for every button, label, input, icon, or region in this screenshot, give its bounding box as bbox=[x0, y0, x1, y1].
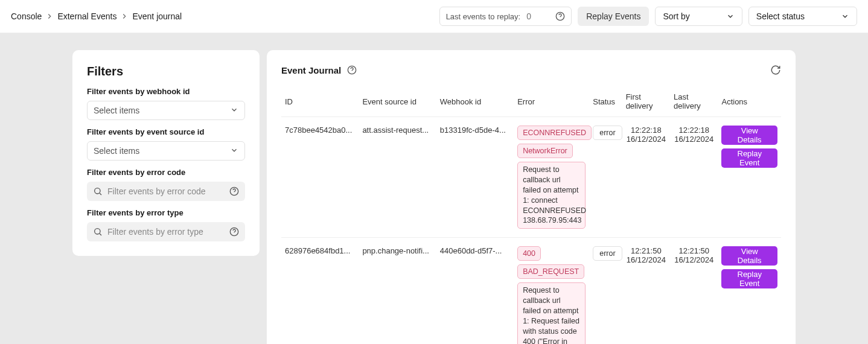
replay-events-button[interactable]: Replay Events bbox=[578, 7, 649, 26]
error-stack: ECONNREFUSEDNetworkErrorRequest to callb… bbox=[517, 126, 586, 229]
col-source: Event source id bbox=[359, 86, 436, 117]
filter-error-code-input[interactable] bbox=[107, 186, 225, 196]
col-actions: Actions bbox=[718, 86, 781, 117]
table-row: 628976e684fbd1...pnp.change-notifi...440… bbox=[281, 238, 781, 344]
filter-webhook-select[interactable]: Select items bbox=[87, 101, 245, 120]
col-webhook: Webhook id bbox=[436, 86, 514, 117]
table-header-row: ID Event source id Webhook id Error Stat… bbox=[281, 86, 781, 117]
breadcrumb-console[interactable]: Console bbox=[11, 11, 42, 21]
actions-stack: View DetailsReplay Event bbox=[721, 246, 777, 288]
replay-count-group: Last events to replay: bbox=[439, 7, 572, 26]
filter-error-type-label: Filter events by error type bbox=[87, 208, 245, 217]
filters-title: Filters bbox=[87, 65, 245, 78]
actions-stack: View DetailsReplay Event bbox=[721, 126, 777, 168]
breadcrumb-external-events[interactable]: External Events bbox=[57, 11, 116, 21]
filters-panel: Filters Filter events by webhook id Sele… bbox=[72, 50, 260, 256]
select-status-label: Select status bbox=[756, 11, 805, 21]
col-first: First delivery bbox=[622, 86, 670, 117]
refresh-icon[interactable] bbox=[770, 65, 781, 75]
search-icon bbox=[93, 227, 103, 237]
svg-line-7 bbox=[100, 234, 101, 235]
filter-webhook-value: Select items bbox=[94, 106, 139, 115]
breadcrumb: Console External Events Event journal bbox=[11, 11, 182, 21]
sort-by-label: Sort by bbox=[663, 11, 689, 21]
view-details-button[interactable]: View Details bbox=[721, 126, 777, 145]
replay-event-button[interactable]: Replay Event bbox=[721, 148, 777, 168]
select-status-select[interactable]: Select status bbox=[748, 7, 857, 26]
col-error: Error bbox=[514, 86, 589, 117]
filter-source-label: Filter events by event source id bbox=[87, 127, 245, 136]
search-icon bbox=[93, 186, 103, 196]
cell-id: 7c78bee4542ba0... bbox=[285, 126, 355, 135]
filter-source-value: Select items bbox=[94, 146, 139, 156]
col-status: Status bbox=[589, 86, 622, 117]
cell-last-delivery: 12:22:18 16/12/2024 bbox=[674, 126, 714, 144]
col-last: Last delivery bbox=[670, 86, 718, 117]
svg-point-2 bbox=[95, 188, 100, 194]
cell-webhook: b13319fc-d5de-4... bbox=[440, 126, 510, 135]
chevron-right-icon bbox=[45, 12, 54, 21]
error-message-badge: Request to callback url failed on attemp… bbox=[517, 162, 586, 229]
journal-panel: Event Journal ID Event source id Webhook… bbox=[267, 50, 796, 344]
chevron-down-icon bbox=[230, 146, 238, 156]
error-message-badge: Request to callback url failed on attemp… bbox=[517, 282, 586, 344]
cell-first-delivery: 12:21:50 16/12/2024 bbox=[626, 246, 666, 264]
cell-first-delivery: 12:22:18 16/12/2024 bbox=[626, 126, 666, 144]
table-row: 7c78bee4542ba0...att.assist-request...b1… bbox=[281, 117, 781, 238]
replay-count-input[interactable] bbox=[526, 11, 549, 21]
error-code-badge: 400 bbox=[517, 246, 541, 261]
cell-id: 628976e684fbd1... bbox=[285, 246, 355, 255]
journal-table: ID Event source id Webhook id Error Stat… bbox=[281, 86, 781, 344]
help-icon[interactable] bbox=[555, 11, 565, 21]
topbar-right: Last events to replay: Replay Events Sor… bbox=[439, 7, 857, 26]
chevron-right-icon bbox=[120, 12, 129, 21]
chevron-down-icon bbox=[726, 12, 735, 21]
help-icon[interactable] bbox=[229, 227, 239, 237]
chevron-down-icon bbox=[841, 12, 849, 21]
journal-header: Event Journal bbox=[281, 65, 781, 75]
status-badge: error bbox=[593, 126, 622, 140]
journal-title: Event Journal bbox=[281, 65, 341, 75]
cell-source: att.assist-request... bbox=[362, 126, 432, 135]
filter-error-type-wrap[interactable] bbox=[87, 222, 245, 241]
topbar: Console External Events Event journal La… bbox=[0, 0, 868, 33]
filter-source-select[interactable]: Select items bbox=[87, 141, 245, 161]
filter-webhook-label: Filter events by webhook id bbox=[87, 87, 245, 96]
view-details-button[interactable]: View Details bbox=[721, 246, 777, 266]
error-code-badge: ECONNREFUSED bbox=[517, 126, 592, 140]
cell-webhook: 440e60dd-d5f7-... bbox=[440, 246, 510, 255]
replay-event-button[interactable]: Replay Event bbox=[721, 269, 777, 288]
page-body: Filters Filter events by webhook id Sele… bbox=[0, 33, 868, 344]
help-icon[interactable] bbox=[347, 65, 357, 75]
error-code-badge: NetworkError bbox=[517, 144, 573, 158]
filter-error-type-input[interactable] bbox=[107, 227, 225, 237]
filter-error-code-label: Filter events by error code bbox=[87, 168, 245, 177]
sort-by-select[interactable]: Sort by bbox=[655, 7, 742, 26]
cell-last-delivery: 12:21:50 16/12/2024 bbox=[674, 246, 714, 264]
status-badge: error bbox=[593, 246, 622, 261]
error-code-badge: BAD_REQUEST bbox=[517, 264, 584, 279]
filter-error-code-wrap[interactable] bbox=[87, 182, 245, 201]
svg-point-6 bbox=[95, 229, 100, 234]
breadcrumb-event-journal[interactable]: Event journal bbox=[132, 11, 182, 21]
help-icon[interactable] bbox=[229, 186, 239, 196]
cell-source: pnp.change-notifi... bbox=[362, 246, 432, 255]
svg-line-3 bbox=[100, 193, 101, 195]
col-id: ID bbox=[281, 86, 359, 117]
chevron-down-icon bbox=[230, 106, 238, 116]
error-stack: 400BAD_REQUESTRequest to callback url fa… bbox=[517, 246, 586, 344]
replay-label: Last events to replay: bbox=[446, 12, 521, 21]
